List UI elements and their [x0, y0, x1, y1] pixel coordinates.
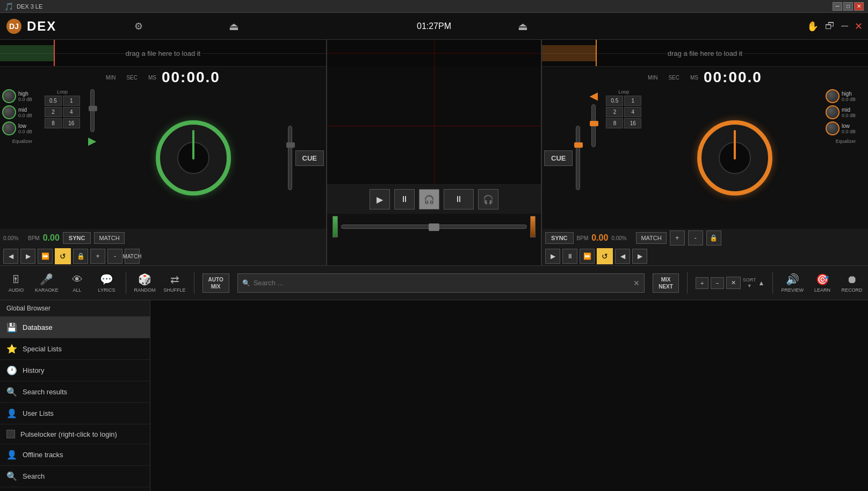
right-high-knob[interactable] [826, 89, 840, 103]
center-headphones2-btn[interactable]: 🎧 [478, 189, 498, 210]
sort-label-area[interactable]: SORT ▼ [743, 277, 756, 288]
right-next-btn[interactable]: ▶ [632, 249, 647, 264]
shuffle-btn[interactable]: ⇄ SHUFFLE [164, 273, 186, 293]
sidebar-item-special-lists[interactable]: ⭐ Special Lists [0, 338, 150, 360]
left-loop-1[interactable]: 1 [63, 96, 80, 106]
clock-icon: 🕐 [6, 365, 17, 376]
minimize-button[interactable]: ─ [833, 2, 842, 11]
right-timer-area: MIN SEC MS 00:00.0 [542, 67, 868, 87]
preview-btn[interactable]: 🔊 PREVIEW [781, 273, 804, 293]
right-lock-btn[interactable]: 🔒 [706, 230, 721, 246]
left-mid-knob[interactable] [2, 105, 16, 119]
center-headphones-btn[interactable]: 🎧 [419, 189, 439, 210]
search-bar[interactable]: 🔍 ✕ [237, 273, 645, 293]
record-btn[interactable]: ⏺ RECORD [841, 273, 863, 293]
right-loop-16[interactable]: 16 [624, 118, 641, 128]
sidebar-item-search-results[interactable]: 🔍 Search results [0, 381, 150, 403]
center-pause2-btn[interactable]: ⏸ [444, 189, 474, 210]
window-mode-btn[interactable]: 🗗 [825, 20, 835, 32]
right-skip-fwd-btn[interactable]: ⏩ [580, 249, 595, 264]
search-clear-btn[interactable]: ✕ [633, 279, 640, 287]
right-pause-btn[interactable]: ⏸ [562, 249, 577, 264]
right-mid-knob[interactable] [826, 105, 840, 119]
maximize-button[interactable]: □ [843, 2, 853, 11]
learn-btn[interactable]: 🎯 LEARN [812, 273, 833, 293]
left-loop-4[interactable]: 4 [63, 107, 80, 117]
right-deck: drag a file here to load it MIN SEC MS 0… [541, 40, 868, 265]
right-cue-btn[interactable]: CUE [544, 150, 573, 166]
right-match-btn[interactable]: MATCH [636, 232, 666, 244]
record-icon: ⏺ [847, 273, 857, 286]
left-play-indicator[interactable]: ▶ [88, 134, 96, 147]
right-play-indicator[interactable]: ▶ [590, 89, 598, 102]
crossfader-track[interactable] [341, 225, 527, 229]
left-pitch-fader[interactable] [90, 89, 95, 132]
right-prev-btn[interactable]: ◀ [615, 249, 630, 264]
right-play-btn[interactable]: ▶ [545, 249, 560, 264]
sidebar-item-offline-tracks[interactable]: 👤 Offline tracks [0, 444, 150, 466]
left-sync-btn[interactable]: SYNC [63, 232, 91, 244]
random-btn[interactable]: 🎲 RANDOM [134, 273, 156, 293]
left-platter[interactable] [156, 120, 231, 196]
close-button[interactable]: ✕ [854, 2, 864, 11]
left-skip-fwd-btn[interactable]: ⏩ [38, 249, 53, 264]
left-match-btn[interactable]: MATCH [94, 232, 124, 244]
left-minus-btn[interactable]: - [107, 249, 122, 264]
header-minimize-btn[interactable]: ─ [841, 20, 848, 32]
sidebar-item-pulselocker[interactable]: Pulselocker (right-click to login) [0, 424, 150, 444]
center-play-btn[interactable]: ▶ [370, 189, 390, 210]
sidebar-item-search[interactable]: 🔍 Search [0, 466, 150, 487]
mix-next-btn[interactable]: MIX NEXT [653, 273, 679, 293]
right-loop-active-btn[interactable]: ↺ [597, 248, 613, 264]
left-low-knob[interactable] [2, 121, 16, 135]
right-platter[interactable] [697, 120, 772, 196]
header-close-btn[interactable]: ✕ [855, 20, 863, 32]
center-pause-btn[interactable]: ⏸ [394, 189, 415, 210]
right-loop-05[interactable]: 0.5 [606, 96, 623, 106]
left-next-btn[interactable]: ▶ [20, 249, 35, 264]
left-bpm-label: BPM [28, 235, 40, 241]
left-loop-2[interactable]: 2 [45, 107, 62, 117]
right-plus-btn[interactable]: + [670, 230, 685, 246]
left-loop-8[interactable]: 8 [45, 118, 62, 128]
sort-plus-btn[interactable]: + [696, 277, 708, 289]
all-btn[interactable]: 👁 ALL [67, 273, 88, 293]
right-low-knob[interactable] [826, 121, 840, 135]
left-loop-active-btn[interactable]: ↺ [55, 248, 71, 264]
sidebar-item-database[interactable]: 💾 Database [0, 317, 150, 338]
right-minus-btn[interactable]: - [688, 230, 703, 246]
right-eject-btn[interactable]: ⏏ [518, 20, 528, 33]
sort-minus-btn[interactable]: − [711, 277, 724, 289]
sort-close-btn[interactable]: ✕ [726, 277, 741, 289]
left-match-btn2[interactable]: MATCH [125, 249, 140, 264]
touch-icon-btn[interactable]: ✋ [807, 20, 819, 32]
svg-text:DJ: DJ [9, 22, 19, 31]
sidebar-item-playlists[interactable]: 👤 Playlists [0, 487, 150, 491]
right-loop-4[interactable]: 4 [624, 107, 641, 117]
left-high-knob[interactable] [2, 89, 16, 103]
left-lock-btn[interactable]: 🔒 [73, 249, 88, 264]
settings-btn[interactable]: ⚙ [134, 20, 143, 32]
right-loop-2[interactable]: 2 [606, 107, 623, 117]
left-eject-btn[interactable]: ⏏ [229, 20, 239, 33]
left-channel-fader[interactable] [288, 126, 292, 190]
right-eq-low: low 0.0 dB [826, 121, 866, 135]
audio-btn[interactable]: 🎚 AUDIO [5, 273, 27, 293]
lyrics-btn[interactable]: 💬 LYRICS [96, 273, 118, 293]
left-loop-16[interactable]: 16 [63, 118, 80, 128]
right-channel-fader[interactable] [576, 126, 580, 190]
right-pitch-fader[interactable] [591, 104, 596, 147]
left-plus-btn[interactable]: + [90, 249, 105, 264]
auto-mix-btn[interactable]: AUTO MIX [202, 273, 229, 293]
left-cue-btn[interactable]: CUE [295, 150, 324, 166]
sort-up-btn[interactable]: ▲ [758, 279, 765, 287]
right-sync-btn[interactable]: SYNC [545, 232, 574, 244]
right-loop-1[interactable]: 1 [624, 96, 641, 106]
search-input[interactable] [254, 279, 631, 287]
sidebar-item-history[interactable]: 🕐 History [0, 360, 150, 381]
left-prev-btn[interactable]: ◀ [3, 249, 18, 264]
sidebar-item-user-lists[interactable]: 👤 User Lists [0, 403, 150, 424]
right-loop-8[interactable]: 8 [606, 118, 623, 128]
karaoke-btn[interactable]: 🎤 KARAOKE [35, 273, 59, 293]
left-loop-05[interactable]: 0.5 [45, 96, 62, 106]
